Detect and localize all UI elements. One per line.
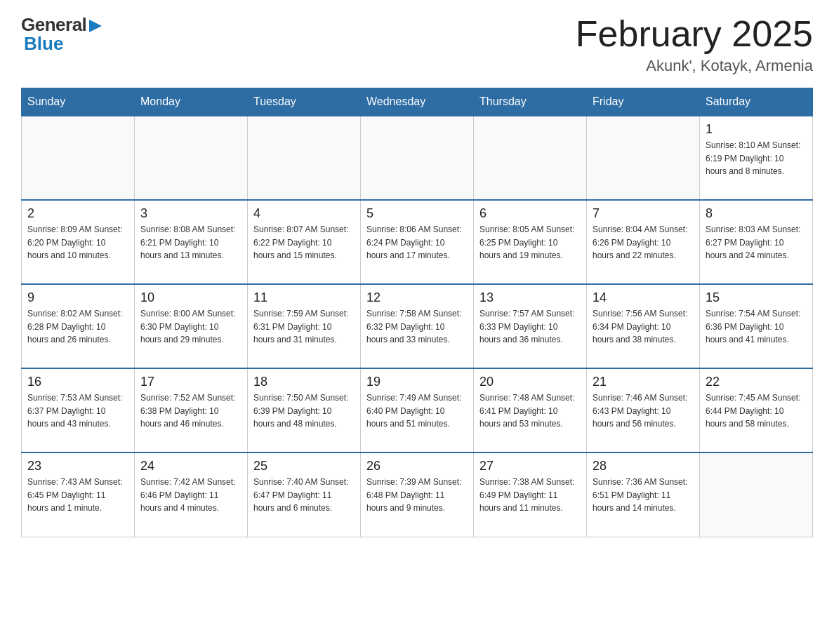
header-cell-tuesday: Tuesday bbox=[248, 88, 361, 116]
header-cell-thursday: Thursday bbox=[474, 88, 587, 116]
day-cell: 14Sunrise: 7:56 AM Sunset: 6:34 PM Dayli… bbox=[587, 284, 700, 368]
header-cell-monday: Monday bbox=[135, 88, 248, 116]
calendar-table: SundayMondayTuesdayWednesdayThursdayFrid… bbox=[21, 88, 813, 537]
day-info: Sunrise: 7:43 AM Sunset: 6:45 PM Dayligh… bbox=[27, 476, 128, 515]
day-cell: 8Sunrise: 8:03 AM Sunset: 6:27 PM Daylig… bbox=[700, 200, 813, 284]
week-row-4: 23Sunrise: 7:43 AM Sunset: 6:45 PM Dayli… bbox=[22, 452, 813, 537]
day-number: 13 bbox=[479, 290, 581, 305]
day-cell: 21Sunrise: 7:46 AM Sunset: 6:43 PM Dayli… bbox=[587, 368, 700, 452]
day-info: Sunrise: 7:58 AM Sunset: 6:32 PM Dayligh… bbox=[366, 307, 468, 347]
day-info: Sunrise: 7:50 AM Sunset: 6:39 PM Dayligh… bbox=[253, 391, 355, 431]
day-info: Sunrise: 8:09 AM Sunset: 6:20 PM Dayligh… bbox=[27, 223, 128, 262]
day-number: 25 bbox=[253, 459, 355, 474]
day-cell: 26Sunrise: 7:39 AM Sunset: 6:48 PM Dayli… bbox=[361, 452, 474, 537]
day-cell: 5Sunrise: 8:06 AM Sunset: 6:24 PM Daylig… bbox=[361, 200, 474, 284]
day-number: 23 bbox=[27, 459, 128, 474]
day-cell bbox=[587, 116, 700, 200]
logo: General Blue bbox=[21, 14, 103, 55]
day-number: 8 bbox=[706, 206, 807, 221]
calendar-header: SundayMondayTuesdayWednesdayThursdayFrid… bbox=[22, 88, 813, 116]
day-info: Sunrise: 7:53 AM Sunset: 6:37 PM Dayligh… bbox=[27, 391, 128, 431]
day-cell: 4Sunrise: 8:07 AM Sunset: 6:22 PM Daylig… bbox=[248, 200, 361, 284]
day-cell bbox=[135, 116, 248, 200]
day-number: 20 bbox=[479, 375, 581, 389]
day-number: 9 bbox=[27, 290, 128, 305]
day-number: 22 bbox=[706, 375, 807, 389]
header-cell-sunday: Sunday bbox=[22, 88, 135, 116]
logo-flag-icon bbox=[88, 18, 103, 34]
day-cell: 16Sunrise: 7:53 AM Sunset: 6:37 PM Dayli… bbox=[22, 368, 135, 452]
day-number: 12 bbox=[366, 290, 468, 305]
day-cell: 20Sunrise: 7:48 AM Sunset: 6:41 PM Dayli… bbox=[474, 368, 587, 452]
day-cell: 10Sunrise: 8:00 AM Sunset: 6:30 PM Dayli… bbox=[135, 284, 248, 368]
day-number: 28 bbox=[593, 459, 694, 474]
title-section: February 2025 Akunk', Kotayk, Armenia bbox=[576, 14, 813, 75]
day-cell: 12Sunrise: 7:58 AM Sunset: 6:32 PM Dayli… bbox=[361, 284, 474, 368]
day-number: 19 bbox=[366, 375, 468, 389]
day-info: Sunrise: 7:49 AM Sunset: 6:40 PM Dayligh… bbox=[366, 391, 468, 431]
day-cell: 7Sunrise: 8:04 AM Sunset: 6:26 PM Daylig… bbox=[587, 200, 700, 284]
day-info: Sunrise: 7:38 AM Sunset: 6:49 PM Dayligh… bbox=[479, 476, 581, 515]
day-cell: 1Sunrise: 8:10 AM Sunset: 6:19 PM Daylig… bbox=[700, 116, 813, 200]
week-row-2: 9Sunrise: 8:02 AM Sunset: 6:28 PM Daylig… bbox=[22, 284, 813, 368]
calendar-body: 1Sunrise: 8:10 AM Sunset: 6:19 PM Daylig… bbox=[22, 116, 813, 537]
day-cell: 9Sunrise: 8:02 AM Sunset: 6:28 PM Daylig… bbox=[22, 284, 135, 368]
day-cell: 24Sunrise: 7:42 AM Sunset: 6:46 PM Dayli… bbox=[135, 452, 248, 537]
day-cell bbox=[22, 116, 135, 200]
header-cell-friday: Friday bbox=[587, 88, 700, 116]
day-info: Sunrise: 8:10 AM Sunset: 6:19 PM Dayligh… bbox=[706, 139, 807, 178]
day-number: 24 bbox=[140, 459, 241, 474]
day-cell: 23Sunrise: 7:43 AM Sunset: 6:45 PM Dayli… bbox=[22, 452, 135, 537]
day-number: 10 bbox=[140, 290, 241, 305]
day-cell: 19Sunrise: 7:49 AM Sunset: 6:40 PM Dayli… bbox=[361, 368, 474, 452]
day-number: 14 bbox=[593, 290, 694, 305]
day-info: Sunrise: 8:05 AM Sunset: 6:25 PM Dayligh… bbox=[479, 223, 581, 262]
week-row-0: 1Sunrise: 8:10 AM Sunset: 6:19 PM Daylig… bbox=[22, 116, 813, 200]
day-info: Sunrise: 8:04 AM Sunset: 6:26 PM Dayligh… bbox=[593, 223, 694, 262]
day-number: 6 bbox=[479, 206, 581, 221]
day-info: Sunrise: 7:45 AM Sunset: 6:44 PM Dayligh… bbox=[706, 391, 807, 431]
day-cell bbox=[361, 116, 474, 200]
week-row-3: 16Sunrise: 7:53 AM Sunset: 6:37 PM Dayli… bbox=[22, 368, 813, 452]
week-row-1: 2Sunrise: 8:09 AM Sunset: 6:20 PM Daylig… bbox=[22, 200, 813, 284]
day-number: 18 bbox=[253, 375, 355, 389]
day-number: 2 bbox=[27, 206, 128, 221]
day-info: Sunrise: 7:48 AM Sunset: 6:41 PM Dayligh… bbox=[479, 391, 581, 431]
day-cell: 15Sunrise: 7:54 AM Sunset: 6:36 PM Dayli… bbox=[700, 284, 813, 368]
day-info: Sunrise: 8:06 AM Sunset: 6:24 PM Dayligh… bbox=[366, 223, 468, 262]
day-cell bbox=[474, 116, 587, 200]
day-number: 16 bbox=[27, 375, 128, 389]
day-cell: 6Sunrise: 8:05 AM Sunset: 6:25 PM Daylig… bbox=[474, 200, 587, 284]
day-info: Sunrise: 8:02 AM Sunset: 6:28 PM Dayligh… bbox=[27, 307, 128, 347]
day-number: 26 bbox=[366, 459, 468, 474]
day-number: 17 bbox=[140, 375, 241, 389]
day-info: Sunrise: 8:08 AM Sunset: 6:21 PM Dayligh… bbox=[140, 223, 241, 262]
day-number: 3 bbox=[140, 206, 241, 221]
day-info: Sunrise: 8:00 AM Sunset: 6:30 PM Dayligh… bbox=[140, 307, 241, 347]
logo-blue-text: Blue bbox=[24, 33, 63, 54]
day-cell: 28Sunrise: 7:36 AM Sunset: 6:51 PM Dayli… bbox=[587, 452, 700, 537]
calendar-title: February 2025 bbox=[576, 14, 813, 54]
day-info: Sunrise: 8:07 AM Sunset: 6:22 PM Dayligh… bbox=[253, 223, 355, 262]
day-cell bbox=[700, 452, 813, 537]
day-number: 21 bbox=[593, 375, 694, 389]
day-number: 11 bbox=[253, 290, 355, 305]
day-cell: 18Sunrise: 7:50 AM Sunset: 6:39 PM Dayli… bbox=[248, 368, 361, 452]
day-info: Sunrise: 7:39 AM Sunset: 6:48 PM Dayligh… bbox=[366, 476, 468, 515]
day-info: Sunrise: 7:52 AM Sunset: 6:38 PM Dayligh… bbox=[140, 391, 241, 431]
day-cell: 17Sunrise: 7:52 AM Sunset: 6:38 PM Dayli… bbox=[135, 368, 248, 452]
day-number: 27 bbox=[479, 459, 581, 474]
day-cell: 11Sunrise: 7:59 AM Sunset: 6:31 PM Dayli… bbox=[248, 284, 361, 368]
day-number: 5 bbox=[366, 206, 468, 221]
day-info: Sunrise: 7:46 AM Sunset: 6:43 PM Dayligh… bbox=[593, 391, 694, 431]
day-cell: 22Sunrise: 7:45 AM Sunset: 6:44 PM Dayli… bbox=[700, 368, 813, 452]
day-info: Sunrise: 7:36 AM Sunset: 6:51 PM Dayligh… bbox=[593, 476, 694, 515]
header-cell-saturday: Saturday bbox=[700, 88, 813, 116]
calendar-subtitle: Akunk', Kotayk, Armenia bbox=[576, 57, 813, 75]
header-row: SundayMondayTuesdayWednesdayThursdayFrid… bbox=[22, 88, 813, 116]
day-number: 7 bbox=[593, 206, 694, 221]
day-cell: 13Sunrise: 7:57 AM Sunset: 6:33 PM Dayli… bbox=[474, 284, 587, 368]
day-info: Sunrise: 7:59 AM Sunset: 6:31 PM Dayligh… bbox=[253, 307, 355, 347]
day-cell: 25Sunrise: 7:40 AM Sunset: 6:47 PM Dayli… bbox=[248, 452, 361, 537]
page-header: General Blue February 2025 Akunk', Kotay… bbox=[21, 14, 813, 75]
